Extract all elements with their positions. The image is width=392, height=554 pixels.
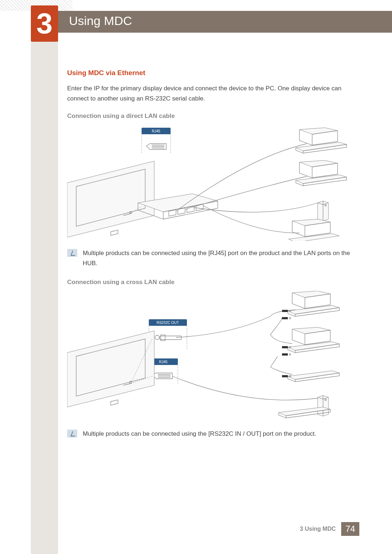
note-icon [67,430,77,438]
svg-rect-16 [282,346,288,348]
subsection-2-title: Connection using a cross LAN cable [67,279,354,286]
section-intro-text: Enter the IP for the primary display dev… [67,83,354,104]
section-title: Using MDC via Ethernet [67,69,354,77]
svg-rect-12 [282,310,288,312]
svg-point-15 [289,317,291,319]
chapter-number-tab: 3 [31,5,58,42]
rs232c-label-text: RS232C OUT [156,321,179,325]
footer: 3 Using MDC 74 [300,522,359,536]
note-icon [67,249,77,257]
content-area: Using MDC via Ethernet Enter the IP for … [67,69,354,449]
note-2-text: Multiple products can be connected using… [83,429,317,439]
note-1-text: Multiple products can be connected using… [83,248,354,268]
left-sidebar [31,42,58,554]
svg-rect-7 [160,336,181,340]
diagram-cross-lan-svg: RS232C OUT RJ45 [67,291,354,422]
svg-point-19 [289,354,291,355]
rj45-label-text: RJ45 [152,129,160,133]
svg-rect-20 [282,375,288,377]
chapter-title: Using MDC [69,14,132,28]
page-number-box: 74 [341,522,359,536]
diagram-direct-lan: RJ45 [67,125,354,241]
svg-point-6 [155,335,159,340]
subsection-1-title: Connection using a direct LAN cable [67,112,354,120]
note-1: Multiple products can be connected using… [67,248,354,268]
page-number: 74 [346,524,355,534]
note-2: Multiple products can be connected using… [67,429,354,439]
chapter-number: 3 [36,9,53,38]
footer-text: 3 Using MDC [300,526,336,532]
rj45-label-text-2: RJ45 [159,360,168,364]
svg-rect-14 [282,317,288,319]
diagram-cross-lan: RS232C OUT RJ45 [67,291,354,422]
svg-rect-18 [282,353,288,356]
diagram-direct-lan-svg: RJ45 [67,125,354,241]
